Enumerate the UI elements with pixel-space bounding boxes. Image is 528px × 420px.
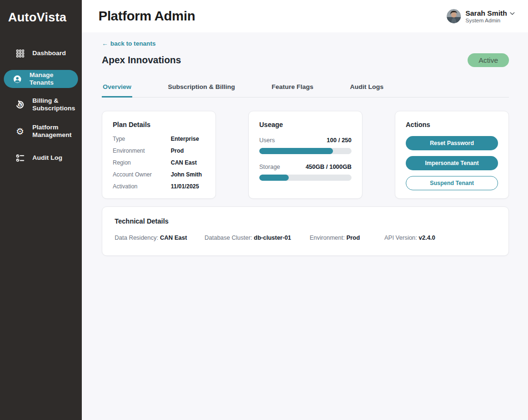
plan-row-label: Type [113,136,171,142]
plan-row-value: Enterprise [171,136,199,142]
actions-title: Actions [406,121,498,128]
technical-details-card: Technical Details Data Residency: CAN Ea… [102,206,509,256]
plan-row-value: John Smith [171,171,202,178]
plan-row-label: Region [113,159,171,166]
plan-row-activation: Activation 11/01/2025 [113,183,205,190]
impersonate-tenant-button[interactable]: Impersonate Tenant [406,156,498,170]
plan-row-label: Activation [113,183,171,190]
tenant-name-title: Apex Innovations [102,55,181,66]
person-icon [12,74,22,84]
back-arrow-icon: ← [102,40,108,47]
users-meter-label: Users [259,137,275,144]
tab-bar: Overview Subscription & Billing Feature … [102,83,509,98]
gear-icon: ⚙ [15,127,25,136]
storage-progress-track [259,175,352,181]
storage-meter-label: Storage [259,164,280,170]
sidebar: AutoVista Dashboard [0,0,82,420]
sidebar-item-label: Platform Management [32,124,73,138]
storage-meter-value: 450GB / 1000GB [305,164,352,170]
tab-audit-logs[interactable]: Audit Logs [349,83,385,98]
actions-card: Actions Reset Password Impersonate Tenan… [395,111,509,199]
storage-progress-fill [259,175,289,181]
plan-details-title: Plan Details [113,121,205,128]
back-to-tenants-link[interactable]: ← back to tenants [102,40,156,47]
main-area: Platform Admin Sarah Smith [82,0,528,420]
users-meter: Users 100 / 250 [259,137,352,154]
status-badge: Active [468,53,509,67]
users-progress-track [259,148,352,154]
user-menu[interactable]: Sarah Smith System Admin [447,9,515,24]
usage-card: Useage Users 100 / 250 Storage 450GB / 1… [248,111,362,199]
tech-item-api-version: API Version: v2.4.0 [384,234,496,241]
suspend-tenant-button[interactable]: Suspend Tenant [406,176,498,190]
plan-row-region: Region CAN East [113,159,205,166]
tech-item-data-residency: Data Residency: CAN East [115,234,205,241]
plan-row-value: Prod [171,147,184,154]
usage-title: Useage [259,121,352,128]
plan-row-label: Account Owner [113,171,171,178]
sidebar-item-label: Manage Tenants [29,71,73,86]
sidebar-item-label: Billing & Subscriptions [32,97,75,112]
checklist-icon [15,153,25,163]
reset-password-button[interactable]: Reset Password [406,136,498,150]
tech-item-environment: Environment: Prod [310,234,384,241]
plan-row-value: 11/01/2025 [171,183,199,190]
sidebar-item-platform-management[interactable]: ⚙ Platform Management [4,121,78,141]
plan-row-type: Type Enterprise [113,136,205,142]
sidebar-nav: Dashboard Manage Tenants $ [0,40,82,171]
plan-row-label: Environment [113,147,171,154]
tab-feature-flags[interactable]: Feature Flags [271,83,314,98]
avatar [447,9,461,23]
page-title-header: Platform Admin [98,9,195,24]
billing-dollar-icon: $ [15,100,25,109]
svg-text:$: $ [19,103,21,107]
plan-row-account-owner: Account Owner John Smith [113,171,205,178]
users-progress-fill [259,148,333,154]
users-meter-value: 100 / 250 [327,137,352,144]
content: ← back to tenants Apex Innovations Activ… [82,32,528,420]
app-logo: AutoVista [0,0,82,37]
sidebar-item-label: Dashboard [32,49,66,57]
sidebar-item-label: Audit Log [32,154,62,162]
tech-item-database-cluster: Database Cluster: db-cluster-01 [205,234,310,241]
sidebar-item-billing-subscriptions[interactable]: $ Billing & Subscriptions [4,95,78,115]
top-header: Platform Admin Sarah Smith [82,0,528,32]
grid-icon [15,49,25,58]
plan-row-environment: Environment Prod [113,147,205,154]
back-link-label: back to tenants [110,40,156,47]
user-name: Sarah Smith [465,9,507,17]
storage-meter: Storage 450GB / 1000GB [259,164,352,181]
plan-row-value: CAN East [171,159,197,166]
sidebar-item-audit-log[interactable]: Audit Log [4,148,78,168]
sidebar-item-manage-tenants[interactable]: Manage Tenants [4,70,78,88]
plan-details-card: Plan Details Type Enterprise Environment… [102,111,216,199]
sidebar-item-dashboard[interactable]: Dashboard [4,43,78,63]
tab-subscription-billing[interactable]: Subscription & Billing [167,83,236,98]
technical-details-title: Technical Details [115,217,496,225]
chevron-down-icon [510,9,515,17]
tab-overview[interactable]: Overview [102,83,132,98]
user-role: System Admin [465,18,515,24]
